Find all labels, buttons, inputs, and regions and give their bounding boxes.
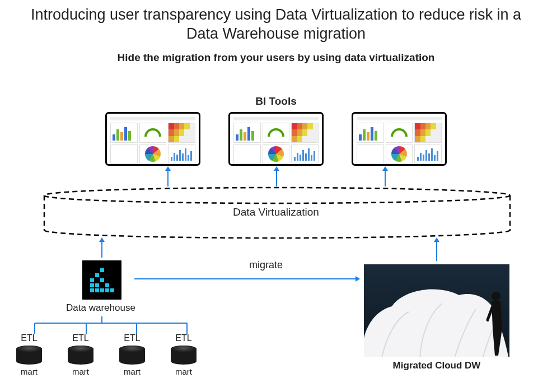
arrow-dv-to-bi-3 — [385, 171, 386, 186]
mart-label-4: mart — [165, 367, 203, 376]
page-subtitle: Hide the migration from your users by us… — [0, 52, 552, 64]
arrow-dw-to-dv — [101, 242, 102, 258]
migrate-label: migrate — [224, 259, 308, 271]
migrated-cloud-dw-image — [364, 264, 509, 357]
mart-column-4: ETL mart — [165, 333, 203, 376]
page-title: Introducing user transparency using Data… — [0, 0, 552, 44]
bi-dashboard-3 — [352, 112, 447, 166]
etl-label-4: ETL — [165, 333, 203, 343]
mart-column-1: ETL mart — [10, 333, 48, 376]
mart-cylinder-icon-2 — [68, 346, 93, 365]
mart-label-2: mart — [62, 367, 100, 376]
bi-tools-row — [0, 112, 552, 166]
arrow-dv-to-bi-2 — [276, 171, 277, 186]
arrow-clouddw-to-dv — [436, 242, 437, 261]
mart-cylinder-icon-4 — [171, 346, 197, 365]
bi-tools-label: BI Tools — [0, 95, 552, 108]
mart-label-1: mart — [10, 367, 48, 376]
data-warehouse-icon — [82, 260, 121, 300]
svg-point-1 — [492, 292, 500, 301]
mart-column-3: ETL mart — [113, 333, 151, 376]
etl-label-1: ETL — [10, 333, 48, 343]
bi-dashboard-1 — [105, 112, 200, 166]
svg-point-0 — [44, 188, 510, 203]
mart-label-3: mart — [113, 367, 151, 376]
mart-row: ETL mart ETL mart ETL mart ETL mart — [10, 333, 203, 376]
bi-dashboard-2 — [228, 112, 324, 166]
mart-cylinder-icon-1 — [16, 346, 42, 365]
etl-label-2: ETL — [62, 333, 100, 343]
arrow-dv-to-bi-1 — [167, 171, 169, 186]
etl-label-3: ETL — [113, 333, 151, 343]
data-warehouse-label: Data warehouse — [45, 302, 157, 314]
migrated-cloud-dw-label: Migrated Cloud DW — [364, 360, 509, 371]
mart-column-2: ETL mart — [62, 333, 100, 376]
arrow-migrate — [134, 278, 355, 279]
data-virtualization-label: Data Virtualization — [0, 206, 552, 218]
mart-cylinder-icon-3 — [119, 346, 145, 365]
